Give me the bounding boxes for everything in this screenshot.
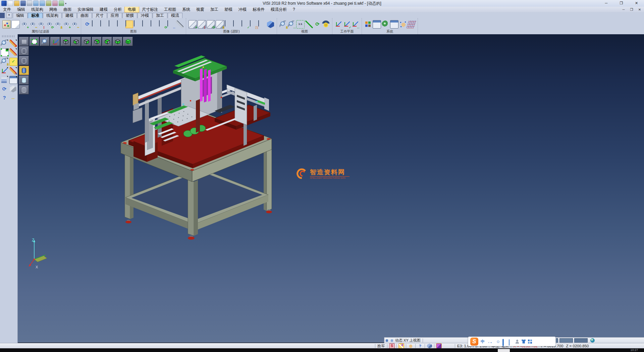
view-bottom-button[interactable] [113, 37, 122, 46]
dynamic-rotation-icon[interactable]: ⟳ [159, 20, 167, 28]
tag-solid-icon[interactable]: ◳ [250, 20, 258, 28]
menu-drafting[interactable]: 工程图 [161, 7, 179, 12]
view-left-button[interactable] [102, 37, 112, 46]
toolbar-grip[interactable] [2, 35, 15, 37]
measure-width-icon[interactable]: ↔ [9, 94, 17, 101]
menu-system[interactable]: 系统 [179, 7, 193, 12]
view-back-button[interactable] [92, 37, 102, 46]
entity-info-icon[interactable]: ? [1, 94, 8, 101]
lock-toggle[interactable]: 拴牢 [377, 344, 385, 349]
status-help-icon[interactable]: ? [418, 344, 423, 348]
mdi-close-button[interactable]: ✕ [637, 8, 643, 11]
menu-mould[interactable]: 塑模 [221, 7, 235, 12]
ime-skin-icon[interactable] [522, 340, 526, 344]
mdi-minimize-button[interactable]: ─ [621, 8, 627, 11]
hide-remove-filter-icon[interactable]: − [29, 20, 37, 28]
refresh-graphics-icon[interactable]: ⟳ [84, 20, 91, 28]
color-table-icon[interactable] [364, 20, 372, 28]
print-icon[interactable] [27, 1, 32, 6]
system-settings-icon[interactable] [382, 20, 389, 28]
tab-mould[interactable]: 塑膜 [122, 13, 137, 18]
solid-info-icon[interactable] [9, 85, 17, 93]
view-front-button[interactable] [71, 37, 81, 46]
tab-standard[interactable]: 标准 [28, 13, 43, 18]
tab-dimension[interactable]: 尺寸 [92, 13, 107, 18]
view-mode-icon-1[interactable] [384, 338, 389, 343]
view-top-button[interactable] [61, 37, 70, 46]
menu-progress[interactable]: 冲模 [235, 7, 250, 12]
options-window-icon[interactable] [390, 20, 398, 29]
online-status-icon[interactable] [590, 338, 595, 343]
zoom-window-icon[interactable]: ± [1, 58, 8, 65]
tab-flow[interactable]: 模流 [168, 13, 182, 18]
ime-toolbox-icon[interactable] [528, 340, 532, 344]
new-file-icon[interactable] [8, 1, 13, 6]
view-iso-button[interactable] [123, 37, 133, 46]
tab-wireframe[interactable]: 线架构 [43, 13, 62, 18]
menu-help[interactable]: ? [290, 7, 298, 12]
validate-solid-icon[interactable]: ✓ [241, 20, 249, 28]
image-visibility-icon[interactable]: ⋮ [198, 20, 206, 29]
grid-window-icon[interactable] [9, 76, 17, 84]
ime-logo-icon[interactable]: S [470, 338, 478, 346]
zoom-dynamic-icon[interactable] [1, 40, 8, 47]
mesh-display-icon[interactable] [151, 20, 158, 28]
vp-mesh-button[interactable] [19, 85, 29, 94]
tab-modeling[interactable]: 建模 [62, 13, 77, 18]
menu-mesh[interactable]: 网格 [46, 7, 60, 12]
shading-face-icon[interactable]: ☺ [322, 20, 330, 28]
menu-file[interactable]: 文件 [0, 7, 14, 12]
layers-icon[interactable] [52, 1, 58, 6]
show-all-icon[interactable]: + [62, 20, 70, 28]
minimize-button[interactable]: ─ [599, 0, 614, 7]
toggle-image-icon[interactable]: ± [216, 20, 224, 29]
vp-shaded-button[interactable] [19, 66, 29, 75]
menu-analysis[interactable]: 分析 [111, 7, 125, 12]
wireframe-display-icon[interactable] [92, 20, 100, 28]
ime-keyboard-icon[interactable] [509, 340, 513, 344]
display-list-button[interactable] [19, 37, 29, 46]
undo-icon[interactable] [33, 1, 39, 6]
ime-emoji-icon[interactable]: ☺ [496, 339, 500, 344]
measure-distance-icon[interactable] [305, 20, 313, 28]
workplane-cube-icon[interactable] [436, 344, 441, 348]
tab-surface[interactable]: 曲面 [77, 13, 92, 18]
workplane-on-face-icon[interactable]: ✓ [343, 20, 351, 28]
zoom-1to1-icon[interactable]: 1:1 [296, 20, 305, 29]
menu-solid-edit[interactable]: 实体编辑 [74, 7, 97, 12]
ime-account-icon[interactable] [515, 340, 519, 344]
regen-image-icon[interactable]: ⟳ [207, 20, 215, 29]
tab-dropdown-button[interactable]: ▾ [6, 12, 12, 18]
graphics-settings-icon[interactable] [176, 20, 183, 28]
pick-box-icon[interactable] [408, 344, 413, 348]
refresh-view-icon[interactable]: ⟳ [314, 20, 321, 28]
machine-3d-model[interactable] [18, 34, 644, 343]
hidden-line-display-icon[interactable] [100, 20, 108, 28]
menu-dimension[interactable]: 尺寸标注 [139, 7, 161, 12]
zoom-in-out-icon[interactable]: ± [279, 20, 287, 28]
zoom-extents-icon[interactable]: ↔ [288, 20, 296, 28]
solid-stripe2-icon[interactable] [233, 20, 241, 28]
attribute-library-icon[interactable] [1, 76, 8, 83]
workplane-xyz-icon[interactable] [335, 20, 342, 28]
redo-icon[interactable] [40, 1, 45, 6]
transparent-display-icon[interactable] [134, 20, 142, 28]
visibility-filter-icon[interactable]: ⋮ [37, 20, 45, 28]
axes-display-button[interactable] [50, 37, 60, 46]
image-window-icon[interactable] [373, 20, 381, 29]
sketch-curve-icon[interactable]: ∿ [9, 67, 17, 75]
close-button[interactable]: ✕ [629, 0, 644, 7]
validate-icon[interactable]: ✓ [9, 58, 17, 66]
vp-transparent-button[interactable] [19, 76, 29, 85]
ime-language-toggle[interactable]: 中 [481, 339, 485, 344]
zoom-fit-button[interactable] [30, 37, 39, 46]
menu-electrode[interactable]: 电极 [125, 7, 139, 12]
page-filter-icon[interactable] [11, 20, 20, 29]
ime-punctuation-toggle[interactable]: ，。 [487, 339, 494, 344]
magic-wand-icon[interactable] [399, 344, 404, 348]
tab-die[interactable]: 冲模 [138, 13, 152, 18]
save-icon[interactable] [20, 1, 26, 6]
move-axis-icon[interactable] [1, 67, 8, 75]
menu-machining[interactable]: 加工 [207, 7, 221, 12]
dynamic-pan-icon[interactable]: ↔ [167, 20, 175, 28]
